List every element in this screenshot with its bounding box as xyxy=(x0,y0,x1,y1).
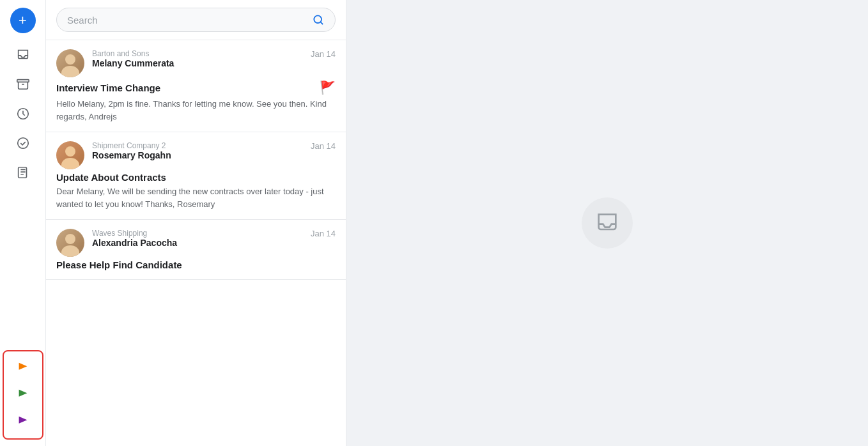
search-button[interactable] xyxy=(312,13,325,26)
company-name-1: Barton and Sons xyxy=(92,49,303,58)
email-item-1[interactable]: Barton and Sons Melany Cummerata Jan 14 … xyxy=(46,40,346,132)
email-meta-1: Barton and Sons Melany Cummerata xyxy=(92,49,303,68)
email-item-2[interactable]: Shipment Company 2 Rosemary Rogahn Jan 1… xyxy=(46,132,346,220)
avatar-rosemary xyxy=(56,141,84,169)
company-name-2: Shipment Company 2 xyxy=(92,141,303,150)
email-meta-3: Waves Shipping Alexandria Pacocha xyxy=(92,229,303,248)
flag-purple-item[interactable] xyxy=(12,410,35,433)
flag-green-item[interactable] xyxy=(12,383,35,406)
sender-name-1: Melany Cummerata xyxy=(92,58,303,68)
sender-name-2: Rosemary Rogahn xyxy=(92,150,303,160)
search-wrapper[interactable] xyxy=(56,8,336,32)
avatar-alexandria xyxy=(56,229,84,257)
email-list-panel: Barton and Sons Melany Cummerata Jan 14 … xyxy=(46,0,346,446)
flag-red-icon: 🚩 xyxy=(320,80,336,95)
email-preview-1: Hello Melany, 2pm is fine. Thanks for le… xyxy=(56,98,336,123)
search-input[interactable] xyxy=(67,15,312,26)
email-preview-2: Dear Melany, We will be sending the new … xyxy=(56,185,336,210)
company-name-3: Waves Shipping xyxy=(92,229,303,238)
email-date-3: Jan 14 xyxy=(311,229,336,238)
compose-button[interactable]: + xyxy=(10,8,36,33)
search-bar xyxy=(46,0,346,40)
svg-rect-3 xyxy=(18,167,26,178)
email-date-2: Jan 14 xyxy=(311,141,336,151)
flag-panel xyxy=(3,350,43,440)
sidebar: + xyxy=(0,0,46,446)
inbox-placeholder xyxy=(582,197,633,249)
sender-name-3: Alexandria Pacocha xyxy=(92,238,303,248)
email-subject-2: Update About Contracts xyxy=(56,172,166,183)
sidebar-item-done[interactable] xyxy=(10,130,36,156)
email-subject-3: Please Help Find Candidate xyxy=(56,259,182,270)
email-date-1: Jan 14 xyxy=(311,49,336,59)
svg-point-5 xyxy=(314,15,322,23)
sidebar-item-notes[interactable] xyxy=(10,160,36,185)
svg-point-2 xyxy=(17,138,28,149)
email-item-3[interactable]: Waves Shipping Alexandria Pacocha Jan 14… xyxy=(46,220,346,280)
avatar-melany xyxy=(56,49,84,77)
email-meta-2: Shipment Company 2 Rosemary Rogahn xyxy=(92,141,303,160)
main-content xyxy=(346,0,868,446)
sidebar-item-archive[interactable] xyxy=(10,72,36,97)
svg-rect-0 xyxy=(17,80,28,82)
email-subject-1: Interview Time Change xyxy=(56,82,160,93)
flag-orange-item[interactable] xyxy=(12,357,35,380)
sidebar-item-recent[interactable] xyxy=(10,101,36,127)
sidebar-item-inbox[interactable] xyxy=(10,42,36,68)
